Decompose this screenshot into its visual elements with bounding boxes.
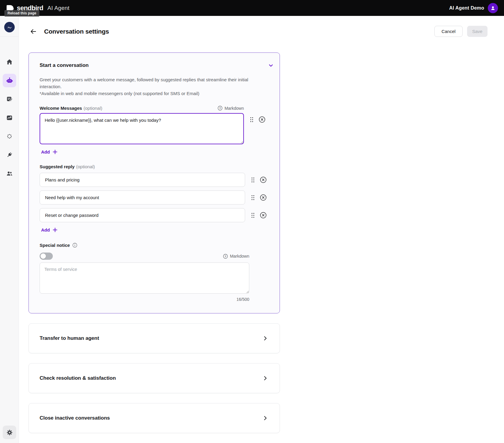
markdown-label: Markdown [230,254,249,259]
cancel-button[interactable]: Cancel [434,26,463,37]
drag-handle-icon[interactable] [251,212,255,218]
markdown-help: ? Markdown [218,106,244,111]
section-description: Greet your customers with a welcome mess… [40,76,253,97]
section-title: Check resolution & satisfaction [40,375,116,381]
gear-icon [6,429,13,436]
question-circle-icon[interactable]: ? [218,106,223,111]
suggested-reply-input[interactable] [40,208,245,222]
sidebar-item-members[interactable] [3,167,16,180]
markdown-label: Markdown [224,106,244,111]
section-title: Transfer to human agent [40,335,99,341]
sidebar [0,16,19,443]
people-icon [6,170,13,177]
dots-ring-icon [6,133,13,140]
svg-text:?: ? [225,255,226,258]
back-button[interactable] [29,28,37,35]
welcome-messages-label: Welcome Messages(optional) [40,106,102,111]
sidebar-item-ai-agent[interactable] [3,74,16,87]
optional-label: (optional) [76,164,95,169]
question-circle-icon[interactable]: ? [223,254,228,259]
sidebar-item-home[interactable] [3,55,16,69]
chevron-right-icon [262,415,269,422]
org-logo-icon [6,24,13,31]
org-avatar[interactable] [4,22,15,32]
markdown-help: ? Markdown [223,254,249,259]
section-title: Close inactive conversations [40,415,110,421]
suggested-reply-label: Suggested reply(optional) [40,164,95,169]
section-transfer-to-human-agent[interactable]: Transfer to human agent [28,323,280,353]
chart-icon [6,114,13,121]
plug-icon [6,151,13,158]
content-area: Conversation settings Cancel Save Start … [19,16,504,443]
chevron-right-icon [262,335,269,342]
info-circle-icon[interactable] [72,243,77,248]
drag-handle-icon[interactable] [251,177,255,183]
sidebar-item-hub[interactable] [3,130,16,143]
section-title-start-conversation: Start a conversation [40,62,88,68]
topbar: sendbird AI Agent AI Agent Demo [0,0,504,16]
special-notice-toggle[interactable] [40,253,53,260]
collapse-section-button[interactable] [267,62,274,69]
person-icon [490,5,496,11]
sidebar-item-compose[interactable] [3,92,16,106]
compose-note-icon [6,96,13,103]
product-name: AI Agent [47,5,69,11]
sidebar-item-analytics[interactable] [3,111,16,124]
sidebar-item-settings[interactable] [3,426,16,439]
suggested-reply-input[interactable] [40,190,245,205]
chevron-down-icon [267,62,274,69]
optional-label: (optional) [83,106,102,111]
reload-tooltip: Reload this page [4,10,39,16]
save-button[interactable]: Save [467,26,488,37]
welcome-message-input[interactable]: Hello {{user.nickname}}, what can we hel… [40,113,244,144]
drag-handle-icon[interactable] [251,195,255,201]
remove-welcome-message-button[interactable] [259,116,266,123]
section-close-inactive-conversations[interactable]: Close inactive conversations [28,403,280,433]
page-title: Conversation settings [44,28,109,35]
chevron-right-icon [262,375,269,382]
robot-icon [6,77,13,84]
suggested-reply-row [40,173,280,187]
suggested-reply-row [40,208,280,222]
toggle-knob [40,253,46,259]
svg-text:?: ? [219,106,221,110]
special-notice-input[interactable] [40,262,249,294]
suggested-reply-input[interactable] [40,173,245,187]
section-check-resolution-satisfaction[interactable]: Check resolution & satisfaction [28,363,280,393]
add-welcome-message-button[interactable]: Add [41,149,58,154]
home-icon [6,58,13,65]
plus-icon [52,227,58,232]
character-counter: 16/500 [40,297,249,302]
account-name[interactable]: AI Agent Demo [449,5,484,11]
start-conversation-card: Start a conversation Greet your customer… [28,52,280,313]
user-avatar[interactable] [488,3,498,13]
remove-reply-button[interactable] [260,194,267,201]
special-notice-label: Special notice [40,243,70,248]
sidebar-divider [0,36,19,37]
add-suggested-reply-button[interactable]: Add [41,227,58,232]
drag-handle-icon[interactable] [250,117,254,123]
remove-reply-button[interactable] [260,176,267,183]
plus-icon [52,149,58,154]
page-header: Conversation settings Cancel Save [19,16,504,45]
sidebar-item-integrations[interactable] [3,148,16,162]
suggested-reply-row [40,190,280,205]
remove-reply-button[interactable] [260,212,267,219]
